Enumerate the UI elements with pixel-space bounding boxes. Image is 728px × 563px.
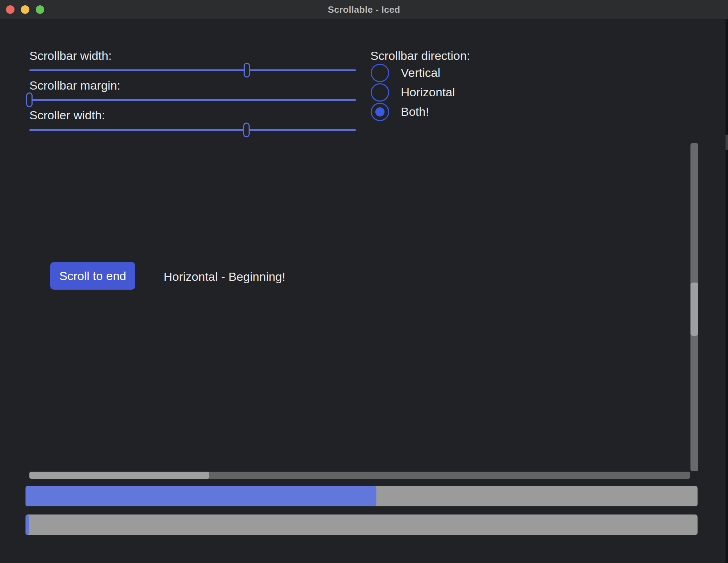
slider-rail[interactable]	[29, 69, 356, 71]
slider-scrollbar-width[interactable]	[29, 62, 356, 78]
scroll-to-end-button[interactable]: Scroll to end	[50, 262, 135, 290]
slider-handle[interactable]	[244, 63, 250, 78]
vertical-scrollbar[interactable]	[690, 143, 698, 471]
radio-dot-icon	[375, 107, 385, 116]
app-window: Scrollable - Iced Scrollbar width: Scrol…	[0, 0, 728, 563]
slider-rail[interactable]	[29, 99, 356, 101]
scrollbar-direction-group: Scrollbar direction: Vertical Horizontal…	[370, 48, 470, 121]
horizontal-scroller[interactable]	[29, 472, 209, 479]
radio-option-horizontal[interactable]: Horizontal	[371, 83, 470, 102]
slider-label-scroller-width: Scroller width:	[29, 108, 105, 123]
radio-circle[interactable]	[371, 103, 389, 121]
vertical-scroller[interactable]	[690, 283, 698, 336]
window-title: Scrollable - Iced	[328, 4, 400, 15]
radio-option-label: Both!	[401, 105, 429, 119]
horizontal-scrollbar[interactable]	[29, 472, 690, 479]
radio-circle[interactable]	[371, 83, 389, 102]
slider-scroller-width[interactable]	[29, 122, 356, 138]
progress-fill	[25, 486, 376, 506]
titlebar: Scrollable - Iced	[0, 0, 728, 19]
slider-label-scrollbar-width: Scrollbar width:	[29, 48, 112, 63]
radio-circle[interactable]	[371, 64, 389, 82]
radio-group-label: Scrollbar direction:	[370, 48, 470, 63]
window-edge	[726, 19, 728, 563]
slider-handle[interactable]	[26, 92, 33, 107]
traffic-lights	[6, 5, 44, 14]
progress-fill	[25, 514, 29, 535]
radio-option-both[interactable]: Both!	[371, 102, 470, 121]
window-edge-scroll-indicator	[726, 135, 728, 150]
slider-label-scrollbar-margin: Scrollbar margin:	[29, 78, 120, 93]
zoom-button[interactable]	[36, 5, 44, 14]
scroll-status-text: Horizontal - Beginning!	[164, 270, 285, 283]
minimize-button[interactable]	[21, 5, 29, 14]
radio-option-label: Horizontal	[401, 85, 455, 99]
slider-scrollbar-margin[interactable]	[29, 92, 356, 108]
slider-handle[interactable]	[243, 123, 250, 137]
vertical-progress-bar	[25, 514, 698, 535]
radio-option-vertical[interactable]: Vertical	[371, 63, 470, 83]
slider-rail[interactable]	[29, 129, 356, 131]
horizontal-progress-bar	[25, 486, 698, 506]
close-button[interactable]	[6, 5, 15, 14]
radio-option-label: Vertical	[401, 66, 440, 80]
